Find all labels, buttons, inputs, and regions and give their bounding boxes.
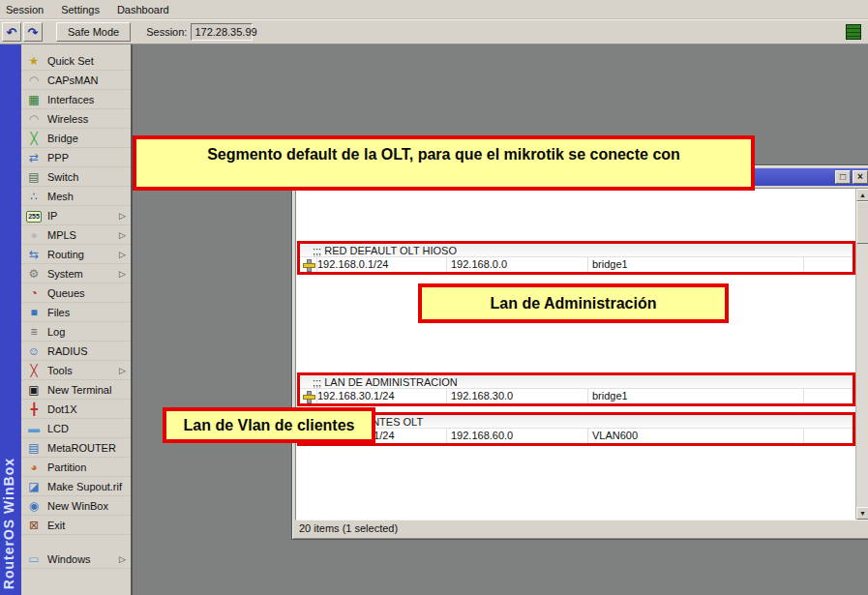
- sidebar-item-label: MetaROUTER: [47, 442, 116, 454]
- exit-icon: ⊠: [26, 518, 42, 533]
- redo-icon: ↷: [28, 25, 39, 40]
- sidebar-item-mpls[interactable]: ●MPLS▷: [21, 225, 131, 245]
- sidebar-item-label: Partition: [47, 461, 86, 473]
- close-button[interactable]: ×: [853, 170, 868, 184]
- sidebar-item-bridge[interactable]: ╳Bridge: [21, 129, 131, 148]
- sidebar-item-label: Interfaces: [47, 94, 94, 105]
- wand-icon: ★: [26, 53, 42, 69]
- address-group: ;;; LAN DE ADMINISTRACION192.168.30.1/24…: [297, 372, 855, 406]
- empty-cell: [804, 429, 853, 443]
- brand-strip: RouterOS WinBox: [0, 45, 21, 595]
- plus-flag-icon: [303, 391, 314, 402]
- address-flag-icon: [300, 257, 317, 272]
- address-row[interactable]: 192.168.60.1/24192.168.60.0VLAN600: [300, 429, 853, 443]
- sidebar-item-new-winbox[interactable]: ◉New WinBox: [21, 496, 131, 516]
- sidebar-item-windows[interactable]: ▭Windows▷: [21, 550, 131, 569]
- sidebar: ★Quick Set◠CAPsMAN▦Interfaces◠Wireless╳B…: [21, 45, 133, 595]
- sidebar-item-interfaces[interactable]: ▦Interfaces: [21, 90, 131, 109]
- interface-cell: VLAN600: [588, 429, 804, 443]
- sidebar-item-tools[interactable]: ╳Tools▷: [21, 361, 131, 380]
- sidebar-item-partition[interactable]: ◕Partition: [21, 458, 131, 477]
- redo-button[interactable]: ↷: [23, 22, 43, 42]
- scroll-up-button[interactable]: ▲: [856, 189, 868, 201]
- sidebar-item-exit[interactable]: ⊠Exit: [21, 516, 131, 535]
- sidebar-item-label: Mesh: [47, 191, 74, 202]
- sidebar-item-label: Files: [47, 307, 70, 318]
- queues-icon: ◔: [26, 285, 42, 301]
- sidebar-item-capsman[interactable]: ◠CAPsMAN: [21, 71, 131, 90]
- sidebar-item-label: IP: [47, 210, 57, 222]
- menu-settings[interactable]: Settings: [52, 0, 108, 18]
- switch-icon: ▤: [26, 169, 42, 185]
- vertical-scrollbar[interactable]: ▲ ▼: [855, 189, 868, 520]
- address-row[interactable]: 192.168.0.1/24192.168.0.0bridge1: [300, 257, 853, 272]
- supout-icon: ◪: [26, 479, 42, 494]
- brand-vertical-text: RouterOS WinBox: [1, 458, 16, 589]
- submenu-arrow-icon: ▷: [119, 366, 126, 375]
- address-cell: 192.168.0.1/24: [317, 257, 447, 272]
- annotation-text: Lan de Vlan de clientes: [184, 417, 355, 434]
- mpls-icon: ●: [26, 227, 42, 243]
- comment-row[interactable]: ;;; LAN DE ADMINISTRACION: [300, 375, 853, 389]
- sidebar-item-label: Wireless: [47, 113, 88, 125]
- maximize-button[interactable]: □: [835, 170, 851, 184]
- status-bar: 20 items (1 selected): [295, 521, 868, 536]
- sidebar-item-label: Log: [47, 326, 65, 338]
- empty-cell: [804, 389, 853, 403]
- annotation-text: Segmento default de la OLT, para que el …: [207, 146, 680, 164]
- sidebar-item-label: Tools: [47, 365, 73, 376]
- sidebar-item-ppp[interactable]: ⇄PPP: [21, 148, 131, 167]
- safe-mode-button[interactable]: Safe Mode: [56, 22, 131, 42]
- lcd-icon: ▬: [26, 421, 42, 436]
- comment-row[interactable]: ;;; RED DEFAULT OLT HIOSO: [300, 244, 853, 257]
- submenu-arrow-icon: ▷: [119, 250, 126, 259]
- sidebar-item-queues[interactable]: ◔Queues: [21, 283, 131, 303]
- window-body: ;;; RED DEFAULT OLT HIOSO192.168.0.1/241…: [295, 188, 868, 536]
- winbox-application: Session Settings Dashboard ↶ ↷ Safe Mode…: [0, 0, 868, 595]
- address-group: ;;; LAN CLIENTES OLT192.168.60.1/24192.1…: [297, 412, 855, 446]
- ppp-icon: ⇄: [26, 150, 42, 165]
- sidebar-item-label: PPP: [47, 152, 69, 164]
- sidebar-item-label: System: [47, 268, 83, 280]
- sidebar-item-routing[interactable]: ⇆Routing▷: [21, 245, 131, 264]
- sidebar-item-files[interactable]: ■Files: [21, 303, 131, 322]
- sidebar-item-label: LCD: [47, 423, 69, 434]
- files-icon: ■: [26, 305, 42, 320]
- sidebar-item-label: Windows: [47, 553, 91, 565]
- address-list-window: Address List □ × ;;; RED DEFAULT OLT HIO…: [291, 164, 868, 540]
- routing-icon: ⇆: [26, 247, 42, 262]
- sidebar-item-label: Bridge: [47, 133, 78, 144]
- ip-icon: 255: [26, 211, 42, 223]
- sidebar-item-label: Switch: [47, 171, 78, 183]
- session-address-field[interactable]: 172.28.35.99: [191, 23, 253, 41]
- windows-icon: ▭: [26, 551, 42, 567]
- sidebar-item-new-terminal[interactable]: ▣New Terminal: [21, 380, 131, 400]
- comment-row[interactable]: ;;; LAN CLIENTES OLT: [300, 415, 853, 429]
- annotation-text: Lan de Administración: [491, 295, 657, 312]
- sidebar-item-dot1x[interactable]: ╋Dot1X: [21, 400, 131, 419]
- empty-cell: [804, 257, 853, 272]
- menu-session[interactable]: Session: [0, 0, 52, 18]
- sidebar-item-label: Exit: [47, 520, 65, 531]
- address-row[interactable]: 192.168.30.1/24192.168.30.0bridge1: [300, 389, 853, 403]
- undo-button[interactable]: ↶: [2, 22, 21, 42]
- sidebar-item-radius[interactable]: ☺RADIUS: [21, 342, 131, 361]
- scrollbar-thumb[interactable]: [856, 201, 868, 244]
- menu-bar: Session Settings Dashboard: [0, 0, 868, 19]
- bridge-icon: ╳: [26, 131, 42, 146]
- menu-dashboard[interactable]: Dashboard: [108, 0, 178, 18]
- sidebar-item-switch[interactable]: ▤Switch: [21, 167, 131, 187]
- sidebar-item-system[interactable]: ⚙System▷: [21, 264, 131, 283]
- sidebar-item-log[interactable]: ≡Log: [21, 322, 131, 342]
- sidebar-item-make-supout-rif[interactable]: ◪Make Supout.rif: [21, 477, 131, 496]
- sidebar-item-ip[interactable]: 255IP▷: [21, 206, 131, 225]
- sidebar-item-lcd[interactable]: ▬LCD: [21, 419, 131, 438]
- sidebar-item-quick-set[interactable]: ★Quick Set: [21, 51, 131, 71]
- scroll-down-button[interactable]: ▼: [856, 507, 868, 520]
- sidebar-item-label: MPLS: [47, 229, 76, 241]
- session-label: Session:: [146, 26, 187, 38]
- sidebar-item-mesh[interactable]: ∴Mesh: [21, 187, 131, 206]
- radius-icon: ☺: [26, 343, 42, 359]
- sidebar-item-wireless[interactable]: ◠Wireless: [21, 109, 131, 129]
- sidebar-item-metarouter[interactable]: ▤MetaROUTER: [21, 438, 131, 458]
